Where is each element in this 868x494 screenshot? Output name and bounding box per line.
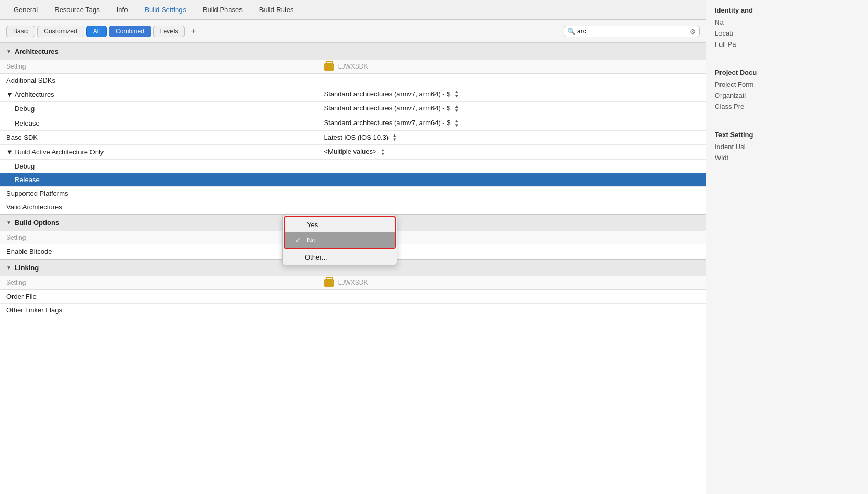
dropdown-popup: Yes ✓ No Other...: [282, 215, 397, 265]
table-row[interactable]: ▼ Architectures Standard architectures (…: [0, 87, 706, 102]
right-class-prefix-row: Class Pre: [715, 103, 860, 110]
filter-customized-button[interactable]: Customized: [37, 26, 84, 37]
linking-header-row: Setting LJWXSDK: [0, 276, 706, 289]
filter-basic-button[interactable]: Basic: [6, 26, 35, 37]
setting-value: Standard architectures (armv7, arm64) - …: [318, 102, 706, 116]
table-row[interactable]: Base SDK Latest iOS (iOS 10.3) ▲▼: [0, 130, 706, 145]
right-divider-1: [715, 57, 860, 57]
build-options-header-setting: Setting: [0, 231, 318, 244]
filter-levels-button[interactable]: Levels: [153, 26, 185, 37]
dropdown-item-yes[interactable]: Yes: [285, 217, 395, 232]
table-row[interactable]: Order File: [0, 289, 706, 303]
stepper-icon[interactable]: ▲▼: [454, 105, 459, 113]
project-doc-section-title: Project Docu: [715, 69, 860, 76]
stepper-icon[interactable]: ▲▼: [393, 133, 397, 142]
right-name-label: Na: [715, 18, 757, 26]
identity-section-title: Identity and: [715, 6, 860, 14]
right-project-form-row: Project Form: [715, 81, 860, 88]
setting-label: Release: [0, 173, 318, 186]
linking-header-value: LJWXSDK: [318, 276, 706, 289]
setting-value: [318, 303, 706, 317]
collapse-triangle-build-options[interactable]: ▼: [6, 220, 12, 226]
dropdown-highlight-box: Yes ✓ No: [284, 216, 396, 249]
dropdown-item-no-label: No: [307, 236, 316, 244]
filter-combined-button[interactable]: Combined: [109, 26, 151, 37]
right-fullpath-label: Full Pa: [715, 40, 757, 48]
check-mark-no: ✓: [295, 237, 303, 244]
setting-label: Debug: [0, 159, 318, 173]
right-project-form-label: Project Form: [715, 81, 757, 88]
filter-bar: Basic Customized All Combined Levels + 🔍…: [0, 20, 706, 43]
text-settings-section-title: Text Setting: [715, 131, 860, 139]
dropdown-item-no[interactable]: ✓ No: [285, 232, 395, 248]
setting-label: ▼ Build Active Architecture Only: [0, 145, 318, 160]
setting-value: Latest iOS (iOS 10.3) ▲▼: [318, 130, 706, 145]
content-area: ▼ Architectures Setting LJWXSDK Addition…: [0, 43, 706, 494]
dropdown-overlay: Yes ✓ No Other...: [282, 215, 397, 265]
setting-label: Order File: [0, 289, 318, 303]
dropdown-item-yes-label: Yes: [307, 221, 318, 229]
tab-build-settings[interactable]: Build Settings: [136, 3, 195, 17]
setting-label: Additional SDKs: [0, 73, 318, 87]
arch-header-value: LJWXSDK: [318, 60, 706, 73]
right-width-row: Widt: [715, 154, 860, 162]
table-row-release[interactable]: Release: [0, 173, 706, 186]
right-name-row: Na: [715, 18, 860, 26]
search-box: 🔍 ⊗: [564, 26, 700, 37]
setting-label: Supported Platforms: [0, 186, 318, 200]
dropdown-item-other[interactable]: Other...: [283, 250, 397, 265]
collapse-triangle-architectures[interactable]: ▼: [6, 49, 12, 54]
setting-label: Base SDK: [0, 130, 318, 145]
tab-build-rules[interactable]: Build Rules: [251, 3, 302, 17]
tab-build-phases[interactable]: Build Phases: [195, 3, 251, 17]
setting-label: Other Linker Flags: [0, 303, 318, 317]
filter-add-button[interactable]: +: [187, 25, 200, 38]
filter-all-button[interactable]: All: [86, 26, 107, 37]
tab-bar: General Resource Tags Info Build Setting…: [0, 0, 706, 20]
table-row[interactable]: Other Linker Flags: [0, 303, 706, 317]
right-width-label: Widt: [715, 154, 757, 162]
table-row[interactable]: Valid Architectures: [0, 200, 706, 214]
setting-value: [318, 73, 706, 87]
setting-value: [318, 200, 706, 214]
search-input[interactable]: [577, 28, 690, 35]
search-clear-icon[interactable]: ⊗: [690, 27, 696, 36]
tab-general[interactable]: General: [5, 3, 46, 17]
setting-value: <Multiple values> ▲▼: [318, 145, 706, 160]
stepper-icon[interactable]: ▲▼: [454, 119, 459, 128]
setting-value: [318, 159, 706, 173]
table-row[interactable]: ▼ Build Active Architecture Only <Multip…: [0, 145, 706, 160]
table-row[interactable]: Additional SDKs: [0, 73, 706, 87]
setting-value: [318, 289, 706, 303]
check-mark-yes: [295, 221, 303, 229]
linking-table: Setting LJWXSDK Order File Other Linker …: [0, 276, 706, 317]
right-indent-using-label: Indent Usi: [715, 143, 757, 151]
right-organization-label: Organizati: [715, 92, 757, 99]
table-row[interactable]: Release Standard architectures (armv7, a…: [0, 116, 706, 130]
architectures-section-header[interactable]: ▼ Architectures: [0, 43, 706, 60]
setting-value: Standard architectures (armv7, arm64) - …: [318, 87, 706, 102]
setting-value: Standard architectures (armv7, arm64) - …: [318, 116, 706, 130]
right-organization-row: Organizati: [715, 92, 860, 99]
table-row[interactable]: Supported Platforms: [0, 186, 706, 200]
briefcase-icon: [324, 63, 334, 71]
right-divider-2: [715, 119, 860, 119]
briefcase-icon: [324, 279, 334, 287]
table-row[interactable]: Debug Standard architectures (armv7, arm…: [0, 102, 706, 116]
table-row[interactable]: Debug: [0, 159, 706, 173]
setting-label: Valid Architectures: [0, 200, 318, 214]
setting-label: Debug: [0, 102, 318, 116]
collapse-triangle-linking[interactable]: ▼: [6, 265, 12, 271]
tab-info[interactable]: Info: [108, 3, 136, 17]
right-indent-using-row: Indent Usi: [715, 143, 860, 151]
setting-label: Release: [0, 116, 318, 130]
stepper-icon[interactable]: ▲▼: [454, 90, 459, 98]
right-panel: Identity and Na Locati Full Pa Project D…: [706, 0, 868, 494]
setting-value: [318, 186, 706, 200]
arch-header-row: Setting LJWXSDK: [0, 60, 706, 73]
search-icon: 🔍: [567, 28, 575, 35]
architectures-table: Setting LJWXSDK Additional SDKs ▼ Archit…: [0, 60, 706, 214]
build-options-title: Build Options: [15, 219, 59, 227]
tab-resource-tags[interactable]: Resource Tags: [46, 3, 108, 17]
stepper-icon[interactable]: ▲▼: [381, 148, 385, 156]
